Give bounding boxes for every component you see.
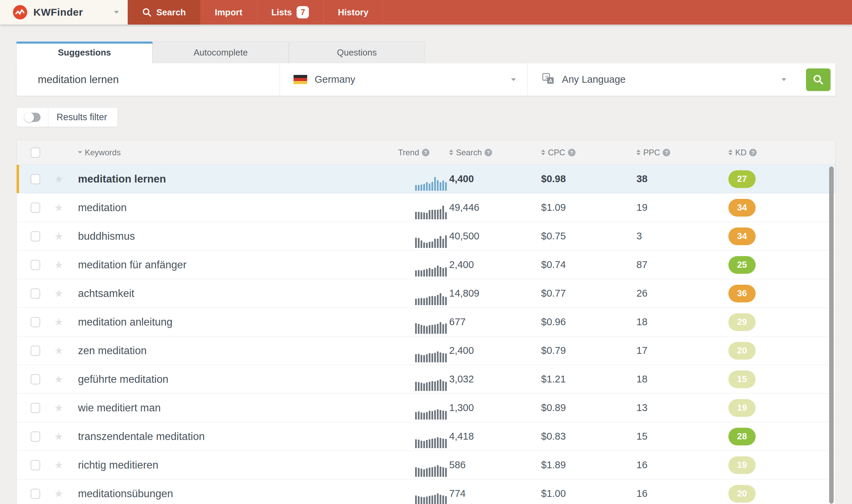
column-cpc[interactable]: CPC ? bbox=[541, 148, 636, 157]
row-checkbox[interactable] bbox=[31, 288, 40, 299]
table-row[interactable]: ★ meditation für anfänger 2,400 $0.74 87… bbox=[17, 251, 835, 279]
search-volume: 40,500 bbox=[449, 231, 479, 241]
nav-item-lists[interactable]: Lists 7 bbox=[257, 0, 324, 25]
column-label: KD bbox=[735, 148, 746, 157]
keyword-text[interactable]: geführte meditation bbox=[78, 373, 168, 385]
table-row[interactable]: ★ transzendentale meditation 4,418 $0.83… bbox=[17, 422, 835, 451]
kd-badge[interactable]: 20 bbox=[728, 485, 756, 503]
row-checkbox[interactable] bbox=[31, 489, 40, 499]
results-filter-label: Results filter bbox=[48, 108, 117, 127]
kd-badge[interactable]: 25 bbox=[728, 256, 756, 274]
brand-menu[interactable]: KWFinder bbox=[0, 0, 128, 25]
sort-desc-icon bbox=[78, 151, 82, 154]
column-search[interactable]: Search ? bbox=[449, 148, 541, 157]
help-icon[interactable]: ? bbox=[749, 149, 757, 156]
star-icon[interactable]: ★ bbox=[54, 288, 63, 299]
trend-sparkline bbox=[415, 458, 447, 477]
star-icon[interactable]: ★ bbox=[54, 259, 63, 270]
star-icon[interactable]: ★ bbox=[54, 345, 63, 356]
star-icon[interactable]: ★ bbox=[54, 488, 63, 499]
star-icon[interactable]: ★ bbox=[54, 459, 63, 471]
keyword-text[interactable]: zen meditation bbox=[78, 345, 147, 357]
table-row[interactable]: ★ meditation 49,446 $1.09 19 34 bbox=[17, 193, 835, 222]
help-icon[interactable]: ? bbox=[663, 149, 670, 156]
keyword-input[interactable]: meditation lernen bbox=[17, 63, 280, 96]
help-icon[interactable]: ? bbox=[422, 149, 429, 156]
star-icon[interactable]: ★ bbox=[54, 231, 63, 242]
kd-badge[interactable]: 15 bbox=[728, 371, 756, 388]
table-row[interactable]: ★ wie meditiert man 1,300 $0.89 13 19 bbox=[17, 394, 835, 422]
keyword-text[interactable]: meditationsübungen bbox=[78, 488, 173, 500]
table-row[interactable]: ★ buddhismus 40,500 $0.75 3 34 bbox=[17, 222, 835, 251]
keyword-text[interactable]: meditation anleitung bbox=[78, 316, 172, 328]
column-trend: Trend ? bbox=[398, 148, 449, 157]
tab-autocomplete[interactable]: Autocomplete bbox=[153, 42, 289, 63]
nav-item-history[interactable]: History bbox=[324, 0, 383, 25]
keyword-text[interactable]: richtig meditieren bbox=[78, 459, 158, 471]
star-icon[interactable]: ★ bbox=[54, 402, 63, 413]
result-type-tabs: Suggestions Autocomplete Questions bbox=[16, 42, 836, 63]
kd-badge[interactable]: 36 bbox=[728, 285, 756, 302]
row-checkbox[interactable] bbox=[31, 231, 40, 241]
row-checkbox[interactable] bbox=[31, 431, 40, 442]
help-icon[interactable]: ? bbox=[568, 149, 575, 156]
kd-badge[interactable]: 34 bbox=[728, 227, 756, 245]
toggle-off-icon bbox=[24, 113, 41, 122]
sort-icon bbox=[728, 149, 732, 155]
table-row[interactable]: ★ achtsamkeit 14,809 $0.77 26 36 bbox=[17, 279, 835, 308]
kd-badge[interactable]: 19 bbox=[728, 456, 756, 474]
row-checkbox[interactable] bbox=[31, 374, 40, 384]
tab-suggestions[interactable]: Suggestions bbox=[16, 42, 153, 63]
row-checkbox[interactable] bbox=[31, 203, 40, 213]
table-scrollbar[interactable] bbox=[829, 167, 834, 504]
row-checkbox[interactable] bbox=[31, 403, 40, 413]
results-filter: Results filter bbox=[16, 107, 118, 127]
location-select[interactable]: Germany bbox=[280, 63, 527, 96]
select-all-checkbox[interactable] bbox=[31, 147, 40, 158]
keyword-text[interactable]: achtsamkeit bbox=[78, 287, 134, 299]
star-icon[interactable]: ★ bbox=[54, 316, 63, 328]
star-icon[interactable]: ★ bbox=[54, 431, 63, 442]
trend-sparkline bbox=[415, 286, 447, 305]
row-checkbox[interactable] bbox=[31, 174, 40, 184]
keyword-text[interactable]: transzendentale meditation bbox=[78, 430, 205, 442]
table-row[interactable]: ★ zen meditation 2,400 $0.79 17 20 bbox=[17, 336, 835, 365]
language-icon: 文 A bbox=[541, 72, 555, 87]
sort-icon bbox=[449, 149, 453, 155]
kd-badge[interactable]: 27 bbox=[728, 170, 756, 188]
kd-badge[interactable]: 28 bbox=[728, 428, 756, 445]
column-keywords[interactable]: Keywords bbox=[78, 148, 398, 157]
results-filter-toggle[interactable] bbox=[17, 108, 48, 127]
cpc-value: $0.89 bbox=[541, 402, 566, 413]
table-row[interactable]: ★ meditationsübungen 774 $1.00 16 20 bbox=[17, 479, 835, 504]
nav-item-search[interactable]: Search bbox=[128, 0, 201, 25]
keyword-text[interactable]: wie meditiert man bbox=[78, 402, 161, 414]
column-ppc[interactable]: PPC ? bbox=[636, 148, 728, 157]
help-icon[interactable]: ? bbox=[485, 149, 492, 156]
tab-questions[interactable]: Questions bbox=[289, 42, 425, 63]
row-checkbox[interactable] bbox=[31, 346, 40, 356]
table-row[interactable]: ★ richtig meditieren 586 $1.89 16 19 bbox=[17, 451, 835, 479]
keyword-text[interactable]: meditation lernen bbox=[78, 173, 166, 185]
row-checkbox[interactable] bbox=[31, 460, 40, 470]
kd-badge[interactable]: 29 bbox=[728, 313, 756, 331]
star-icon[interactable]: ★ bbox=[54, 173, 63, 185]
kd-badge[interactable]: 34 bbox=[728, 199, 756, 217]
language-select[interactable]: 文 A Any Language bbox=[527, 63, 798, 96]
star-icon[interactable]: ★ bbox=[54, 374, 63, 385]
star-icon[interactable]: ★ bbox=[54, 202, 63, 213]
keyword-text[interactable]: meditation für anfänger bbox=[78, 259, 187, 271]
nav-item-import[interactable]: Import bbox=[201, 0, 257, 25]
column-kd[interactable]: KD ? bbox=[728, 148, 836, 157]
keyword-text[interactable]: buddhismus bbox=[78, 230, 135, 242]
kd-badge[interactable]: 20 bbox=[728, 342, 756, 360]
row-checkbox[interactable] bbox=[31, 317, 40, 327]
table-row[interactable]: ★ meditation anleitung 677 $0.96 18 29 bbox=[17, 308, 835, 336]
nav-item-label: History bbox=[338, 7, 368, 18]
table-row[interactable]: ★ meditation lernen 4,400 $0.98 38 27 bbox=[17, 165, 835, 193]
keyword-text[interactable]: meditation bbox=[78, 202, 127, 214]
find-keywords-button[interactable] bbox=[806, 68, 831, 91]
table-row[interactable]: ★ geführte meditation 3,032 $1.21 18 15 bbox=[17, 365, 835, 394]
row-checkbox[interactable] bbox=[31, 260, 40, 270]
kd-badge[interactable]: 19 bbox=[728, 399, 756, 417]
